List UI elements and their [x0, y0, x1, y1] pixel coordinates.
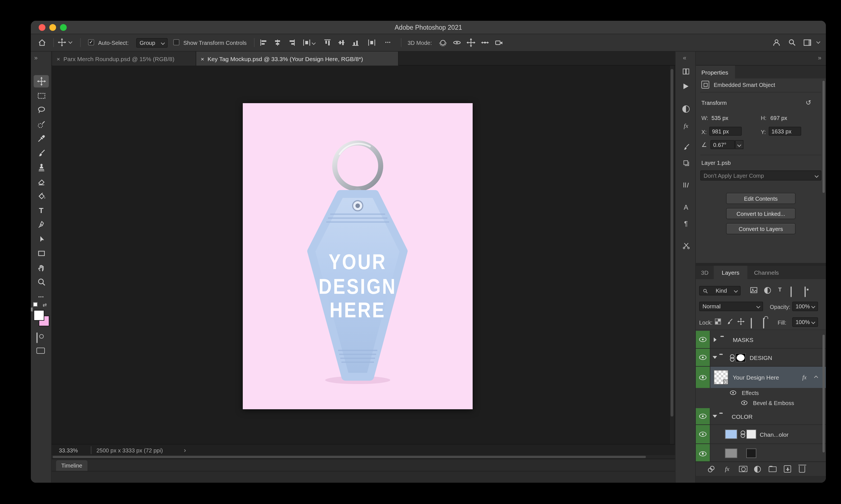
- timeline-tab[interactable]: Timeline: [56, 460, 88, 471]
- rotation-angle-input[interactable]: 0.67°: [710, 140, 735, 149]
- visibility-column[interactable]: [696, 367, 710, 388]
- edit-toolbar-button[interactable]: •••: [34, 290, 49, 303]
- tool-rectangular-marquee[interactable]: [34, 90, 49, 102]
- tab-properties[interactable]: Properties: [696, 66, 735, 78]
- add-layer-mask-icon[interactable]: [739, 466, 747, 472]
- device-preview-panel-icon[interactable]: [676, 67, 696, 76]
- tab-3d[interactable]: 3D: [696, 266, 714, 279]
- eye-icon[interactable]: [699, 375, 706, 380]
- tool-move[interactable]: [34, 75, 49, 88]
- y-position-input[interactable]: 1633 px: [769, 127, 801, 136]
- tool-eyedropper[interactable]: [34, 132, 49, 145]
- document-tab-active[interactable]: × Key Tag Mockup.psd @ 33.3% (Your Desig…: [196, 52, 399, 66]
- tool-pen[interactable]: [34, 219, 49, 231]
- eye-icon[interactable]: [699, 337, 706, 342]
- canvas-horizontal-scrollbar[interactable]: [52, 455, 675, 458]
- group-mask-thumbnail[interactable]: [736, 353, 746, 362]
- layer-row-effects[interactable]: Effects: [696, 388, 826, 398]
- actions-panel-icon[interactable]: [676, 84, 696, 89]
- 3d-slide-icon[interactable]: [481, 38, 489, 47]
- canvas-vertical-scrollbar[interactable]: [670, 66, 674, 444]
- eye-icon[interactable]: [699, 414, 706, 419]
- link-layers-icon[interactable]: [709, 465, 713, 472]
- fill-dropdown[interactable]: 100%: [792, 317, 818, 327]
- align-bottom-icon[interactable]: [351, 38, 360, 47]
- search-icon[interactable]: [788, 38, 796, 47]
- character-panel-icon[interactable]: A: [676, 203, 696, 211]
- align-left-icon[interactable]: [259, 38, 268, 47]
- 3d-pan-icon[interactable]: [466, 38, 476, 47]
- height-value[interactable]: 697 px: [770, 115, 787, 121]
- toolbar-overflow-chevrons[interactable]: »: [34, 54, 38, 61]
- tool-paint-bucket[interactable]: [34, 190, 49, 202]
- eye-icon[interactable]: [699, 451, 706, 456]
- tool-hand[interactable]: [34, 262, 49, 274]
- styles-panel-icon[interactable]: fx: [676, 122, 696, 129]
- tool-type[interactable]: T: [34, 204, 49, 216]
- layer-row-bevel-emboss[interactable]: Bevel & Emboss: [696, 398, 826, 408]
- document-canvas[interactable]: YOUR DESIGN HERE: [243, 103, 473, 409]
- new-group-icon[interactable]: [769, 466, 776, 472]
- zoom-level-field[interactable]: 33.33%: [59, 447, 78, 453]
- lock-artboard-icon[interactable]: [751, 318, 752, 328]
- visibility-column[interactable]: [696, 408, 710, 425]
- document-tab-inactive[interactable]: × Parx Merch Roundup.psd @ 15% (RGB/8): [52, 52, 196, 66]
- show-transform-checkbox[interactable]: [173, 39, 179, 46]
- foreground-color-swatch[interactable]: [34, 310, 44, 321]
- visibility-column[interactable]: [696, 331, 710, 348]
- eye-icon[interactable]: [699, 432, 706, 437]
- visibility-column[interactable]: [696, 349, 710, 366]
- 3d-camera-icon[interactable]: [495, 38, 503, 47]
- disclosure-collapsed-icon[interactable]: [714, 338, 717, 342]
- filter-shape-layers-icon[interactable]: [790, 287, 792, 297]
- tab-layers[interactable]: Layers: [714, 266, 747, 279]
- disclosure-expanded-icon[interactable]: [713, 415, 717, 418]
- convert-to-linked-button[interactable]: Convert to Linked...: [726, 208, 795, 219]
- auto-select-checkbox[interactable]: ✓: [88, 39, 94, 46]
- layer-row-change-color[interactable]: Chan...olor: [696, 425, 826, 444]
- properties-scrollbar[interactable]: [823, 81, 825, 193]
- account-avatar-icon[interactable]: [772, 38, 781, 47]
- paragraph-panel-icon[interactable]: ¶: [676, 220, 696, 228]
- lock-position-icon[interactable]: [737, 318, 745, 325]
- workspace-panel-icon[interactable]: [803, 38, 812, 47]
- tool-clone-stamp[interactable]: [34, 161, 49, 174]
- brush-settings-panel-icon[interactable]: [676, 143, 696, 151]
- eye-icon[interactable]: [699, 355, 706, 360]
- layer-row-design-group[interactable]: DESIGN: [696, 349, 826, 367]
- tool-rectangle[interactable]: [34, 247, 49, 259]
- layer-mask-thumbnail[interactable]: [746, 429, 756, 439]
- auto-select-dropdown[interactable]: Group: [136, 38, 168, 48]
- libraries-panel-icon[interactable]: [676, 181, 696, 189]
- more-align-options[interactable]: •••: [385, 40, 391, 44]
- add-layer-style-icon[interactable]: fx: [725, 465, 730, 472]
- opacity-dropdown[interactable]: 100%: [792, 302, 818, 311]
- panels-collapse-chevrons[interactable]: »: [818, 54, 821, 61]
- visibility-column[interactable]: [696, 425, 710, 444]
- align-center-vertical-icon[interactable]: [337, 38, 346, 47]
- home-icon[interactable]: [38, 38, 47, 47]
- edit-contents-button[interactable]: Edit Contents: [726, 193, 795, 204]
- lock-transparency-icon[interactable]: [715, 319, 721, 325]
- tool-eraser[interactable]: [34, 176, 49, 188]
- tool-lasso[interactable]: [34, 104, 49, 116]
- filter-kind-dropdown[interactable]: Kind: [699, 286, 741, 295]
- x-position-input[interactable]: 981 px: [709, 127, 742, 136]
- notes-panel-icon[interactable]: [676, 241, 696, 250]
- tool-object-selection[interactable]: [34, 118, 49, 131]
- angle-dropdown-button[interactable]: [735, 140, 744, 149]
- tool-preset-chevron-icon[interactable]: [69, 40, 72, 43]
- eye-icon[interactable]: [741, 400, 748, 405]
- visibility-column[interactable]: [696, 444, 710, 462]
- layer-comp-dropdown[interactable]: Don't Apply Layer Comp: [700, 170, 821, 181]
- layer-row-color-group[interactable]: COLOR: [696, 408, 826, 425]
- status-chevron-icon[interactable]: ›: [184, 447, 186, 453]
- tool-brush[interactable]: [34, 147, 49, 159]
- distribute-icon[interactable]: [367, 38, 376, 47]
- layer-fx-badge[interactable]: fx: [802, 374, 806, 380]
- reset-transform-icon[interactable]: ↺: [806, 99, 811, 107]
- width-value[interactable]: 535 px: [712, 115, 728, 121]
- workspace-chevron-icon[interactable]: [817, 40, 820, 43]
- new-layer-icon[interactable]: [784, 465, 791, 473]
- layer-thumbnail[interactable]: [714, 370, 728, 384]
